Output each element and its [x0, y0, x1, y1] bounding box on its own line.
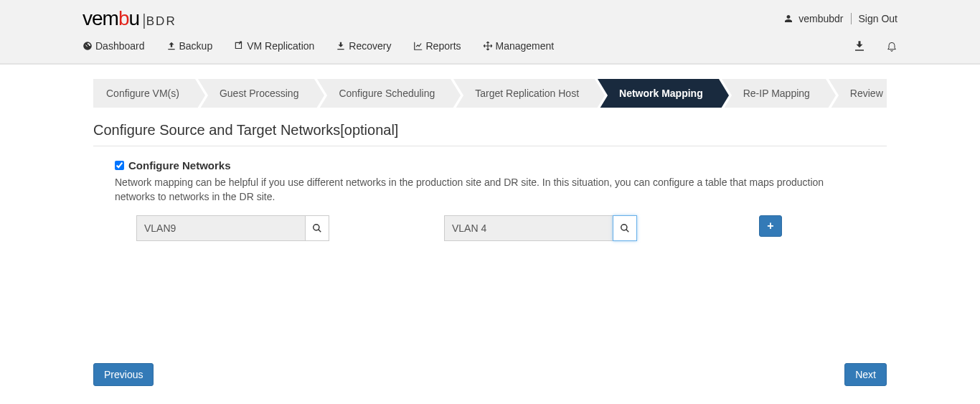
target-network-input[interactable] [444, 215, 613, 241]
wizard-steps: Configure VM(s) Guest Processing Configu… [93, 79, 887, 108]
nav-backup-label: Backup [179, 40, 213, 52]
signout-link[interactable]: Sign Out [859, 13, 897, 24]
step-configure-scheduling[interactable]: Configure Scheduling [317, 79, 451, 108]
download-icon [336, 41, 346, 51]
separator [851, 13, 852, 24]
nav-vm-replication[interactable]: VM Replication [234, 34, 314, 57]
nav-recovery-label: Recovery [349, 40, 391, 52]
username-link[interactable]: vembubdr [798, 13, 843, 24]
upload-icon [166, 41, 176, 51]
nav-reports-label: Reports [426, 40, 461, 52]
plus-icon: + [767, 220, 773, 232]
section-title: Configure Source and Target Networks[opt… [93, 122, 887, 146]
dashboard-icon [83, 41, 93, 51]
step-guest-processing[interactable]: Guest Processing [198, 79, 315, 108]
previous-button[interactable]: Previous [93, 363, 154, 386]
nav-vm-replication-label: VM Replication [247, 40, 314, 52]
source-search-button[interactable] [305, 215, 329, 241]
svg-point-0 [314, 225, 319, 230]
step-network-mapping[interactable]: Network Mapping [598, 79, 719, 108]
next-button[interactable]: Next [844, 363, 887, 386]
nav-management[interactable]: Management [483, 34, 555, 57]
move-icon [483, 41, 493, 51]
configure-networks-label: Configure Networks [128, 159, 231, 172]
search-icon [620, 223, 630, 233]
nav-reports[interactable]: Reports [413, 34, 461, 57]
step-reip-mapping[interactable]: Re-IP Mapping [722, 79, 826, 108]
nav-backup[interactable]: Backup [166, 34, 213, 57]
nav-dashboard[interactable]: Dashboard [83, 34, 145, 57]
user-icon [784, 14, 793, 23]
share-icon [234, 41, 244, 51]
target-search-button[interactable] [613, 215, 637, 241]
bell-icon[interactable] [886, 40, 897, 52]
add-mapping-button[interactable]: + [759, 215, 782, 237]
source-network-input[interactable] [136, 215, 305, 241]
description-text: Network mapping can be helpful if you us… [115, 176, 865, 204]
step-review[interactable]: Review [829, 79, 887, 108]
nav-recovery[interactable]: Recovery [336, 34, 391, 57]
search-icon [312, 223, 322, 233]
nav-management-label: Management [496, 40, 555, 52]
step-configure-vms[interactable]: Configure VM(s) [93, 79, 195, 108]
download-action-icon[interactable] [853, 39, 866, 52]
nav-dashboard-label: Dashboard [95, 40, 145, 52]
brand-logo: vembu|BDR [83, 7, 176, 30]
configure-networks-checkbox[interactable] [115, 161, 124, 170]
svg-point-1 [621, 225, 627, 230]
step-target-replication-host[interactable]: Target Replication Host [453, 79, 595, 108]
chart-icon [413, 41, 423, 51]
